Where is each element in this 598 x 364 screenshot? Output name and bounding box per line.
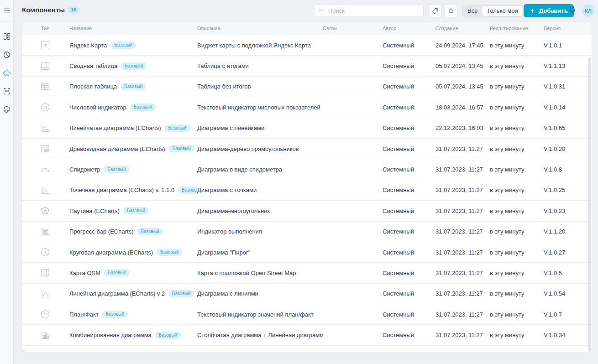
component-author: Системный <box>383 311 435 318</box>
line-chart-icon <box>40 288 51 299</box>
component-version: V.1.0.34 <box>544 332 592 338</box>
basic-badge: Базовый <box>169 145 194 152</box>
components-table: ТипНазваниеОписаниеСвязиАвторСозданиеРед… <box>22 22 592 352</box>
basic-badge: Базовый <box>102 311 128 318</box>
basic-badge: Базовый <box>121 62 147 70</box>
components-puzzle-icon[interactable] <box>3 69 11 77</box>
component-created: 31.07.2023, 11:27 <box>435 187 490 193</box>
filter-all-segment[interactable]: Все <box>463 6 482 16</box>
radar-chart-icon <box>40 205 51 216</box>
notifications-bell-icon[interactable] <box>568 5 577 14</box>
search-box <box>314 5 424 17</box>
component-description: Диаграмма-дерево прямоугольников <box>197 146 323 152</box>
component-name: Круговая диаграмма (ECharts) <box>69 249 153 256</box>
table-row[interactable]: Паутина (ECharts) Базовый Диаграмма-мног… <box>22 201 592 221</box>
component-created: 31.07.2023, 11:27 <box>435 290 490 297</box>
component-edited: в эту минуту <box>490 208 544 214</box>
component-author: Системный <box>383 104 435 111</box>
table-row[interactable]: 75% План/Факт Базовый Текстовый индикато… <box>22 304 592 325</box>
svg-text:16: 16 <box>43 105 47 109</box>
basic-badge: Базовый <box>168 290 194 297</box>
component-name: Комбинированная диаграмма <box>69 332 152 338</box>
palette-icon[interactable] <box>3 105 11 114</box>
component-author: Системный <box>383 42 435 49</box>
component-description: Диаграмма-многоугольник <box>197 208 323 214</box>
basic-badge: Базовый <box>178 187 197 194</box>
component-created: 22.12.2023, 16:03 <box>435 125 490 131</box>
component-name: Прогресс бар (ECharts) <box>69 228 133 235</box>
component-description: Таблица без итогов <box>197 83 323 90</box>
column-header: Название <box>69 26 197 31</box>
component-version: V.1.0.31 <box>544 83 592 90</box>
component-version: V.1.0.20 <box>544 146 592 152</box>
hamburger-menu-icon[interactable] <box>3 6 11 15</box>
plus-icon <box>530 8 535 14</box>
component-version: V.1.0.1 <box>544 42 592 49</box>
table-row[interactable]: Линейчатая диаграмма (ECharts) Базовый Д… <box>22 118 592 139</box>
filter-mine-segment[interactable]: Только мои <box>482 6 522 16</box>
table-row[interactable]: Столбчатая диаграмма (ECharts) Базовый Д… <box>22 346 592 352</box>
component-edited: в эту минуту <box>490 42 544 49</box>
basic-badge: Базовый <box>164 125 190 132</box>
component-version: V.1.1.20 <box>544 228 592 235</box>
component-name: Яндекс Карта <box>69 42 107 49</box>
table-row[interactable]: Древовидная диаграмма (ECharts) Базовый … <box>22 139 592 159</box>
table-row[interactable]: Плоская таблица Базовый Таблица без итог… <box>22 77 592 97</box>
component-description: Столбчатая диаграмма + Линейная диаграмм… <box>197 332 323 338</box>
component-name: Карта OSM <box>69 270 100 276</box>
component-name: Числовой индикатор <box>69 104 126 111</box>
table-row[interactable]: Карта OSM Базовый Карта с подложкой Open… <box>22 263 592 283</box>
table-header: ТипНазваниеОписаниеСвязиАвторСозданиеРед… <box>22 22 592 35</box>
component-edited: в эту минуту <box>490 146 544 152</box>
component-created: 05.07.2024, 13:45 <box>435 83 490 90</box>
svg-frame-icon[interactable]: SVG <box>3 87 11 95</box>
component-version: V.1.0.8 <box>544 166 592 173</box>
tags-filter-button[interactable] <box>428 5 441 17</box>
component-description: Диаграмма "Пирог" <box>197 249 323 256</box>
table-row[interactable]: Точечная диаграмма (ECharts) v. 1.1.0 Ба… <box>22 180 592 201</box>
tag-icon <box>431 7 439 15</box>
component-author: Системный <box>383 146 435 152</box>
gauge-icon <box>40 164 51 175</box>
component-created: 31.07.2023, 11:27 <box>435 146 490 152</box>
component-edited: в эту минуту <box>490 104 544 111</box>
component-version: V.1.0.65 <box>544 125 592 131</box>
dashboards-icon[interactable] <box>3 32 11 41</box>
component-author: Системный <box>383 290 435 297</box>
search-input[interactable] <box>327 7 420 15</box>
favorites-filter-button[interactable] <box>444 5 457 17</box>
component-version: V.1.0.23 <box>544 208 592 214</box>
combo-chart-icon <box>40 330 51 341</box>
avatar[interactable]: КЛ <box>582 5 594 17</box>
component-edited: в эту минуту <box>490 249 544 256</box>
table-row[interactable]: Прогресс бар (ECharts) Базовый Индикатор… <box>22 222 592 242</box>
table-row[interactable]: 16 Числовой индикатор Базовый Текстовый … <box>22 97 592 118</box>
component-name: Плоская таблица <box>69 83 117 90</box>
table-row[interactable]: Круговая диаграмма (ECharts) Базовый Диа… <box>22 242 592 263</box>
component-name: Древовидная диаграмма (ECharts) <box>69 146 165 152</box>
component-created: 31.07.2023, 11:27 <box>435 228 490 235</box>
table-row[interactable]: Спидометр Базовый Диаграмма в виде спидо… <box>22 159 592 180</box>
column-header: Автор <box>383 26 435 31</box>
flat-table-icon <box>40 81 51 92</box>
component-author: Системный <box>383 125 435 131</box>
add-button[interactable]: Добавить <box>524 4 574 17</box>
table-row[interactable]: Линейная диаграмма (ECharts) v 2 Базовый… <box>22 284 592 304</box>
table-row[interactable]: Сводная таблица Базовый Таблица с итогам… <box>22 56 592 76</box>
component-edited: в эту минуту <box>490 228 544 235</box>
component-created: 31.07.2023, 11:27 <box>435 311 490 318</box>
component-version: V.1.0.54 <box>544 290 592 297</box>
component-description: Текстовый индикатор числовых показателей <box>197 104 323 111</box>
component-edited: в эту минуту <box>490 166 544 173</box>
component-created: 31.07.2023, 11:27 <box>435 208 490 214</box>
scrollbar-thumb[interactable] <box>588 57 591 352</box>
table-row[interactable]: Комбинированная диаграмма Базовый Столбч… <box>22 325 592 345</box>
basic-badge: Базовый <box>137 228 163 235</box>
component-name: Линейная диаграмма (ECharts) v 2 <box>69 290 165 297</box>
search-icon <box>318 8 325 14</box>
table-row[interactable]: Яндекс Карта Базовый Виджет карты с подл… <box>22 35 592 56</box>
component-version: V.1.0.7 <box>544 311 592 318</box>
component-name: Паутина (ECharts) <box>69 208 120 214</box>
column-header: Описание <box>197 26 323 31</box>
pie-chart-nav-icon[interactable] <box>3 51 11 59</box>
